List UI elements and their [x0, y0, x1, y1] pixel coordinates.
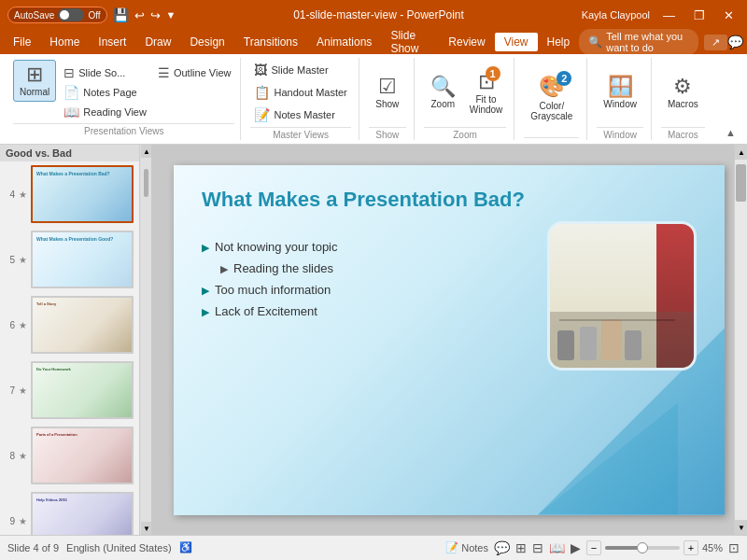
show-group-label: Show: [369, 127, 406, 140]
color-items: 🎨 2 Color/Grayscale: [524, 60, 579, 135]
slide-num-6: 6: [6, 320, 15, 330]
fit-slide-button[interactable]: ⊡: [728, 540, 740, 555]
search-box[interactable]: 🔍 Tell me what you want to do: [579, 29, 698, 55]
menu-file[interactable]: File: [4, 33, 40, 51]
window-label: Window: [603, 99, 637, 109]
autosave-toggle[interactable]: [58, 8, 84, 21]
show-icon: ☑: [378, 77, 397, 97]
slide-thumb-9[interactable]: 9 ★ Help Videos 2015: [0, 488, 139, 535]
color-group: 🎨 2 Color/Grayscale: [516, 58, 587, 140]
slide-image-4: What Makes a Presentation Bad?: [31, 165, 134, 223]
fit-to-label: Fit toWindow: [470, 94, 503, 115]
panel-scroll-thumb[interactable]: [144, 169, 148, 197]
comments-status-button[interactable]: 💬: [494, 540, 510, 555]
menu-home[interactable]: Home: [40, 33, 89, 51]
menu-review[interactable]: Review: [439, 33, 494, 51]
accessibility-icon: ♿: [179, 541, 192, 553]
normal-view-status-button[interactable]: ⊞: [515, 540, 527, 555]
title-bar-right: Kayla Claypool — ❐ ✕: [582, 7, 740, 24]
share-button[interactable]: ↗: [704, 35, 727, 50]
slide-master-icon: 🖼: [254, 63, 267, 77]
zoom-plus-button[interactable]: +: [684, 540, 698, 555]
menu-design[interactable]: Design: [180, 33, 233, 51]
slide-star-8: ★: [19, 451, 27, 461]
show-items: ☑ Show: [369, 60, 406, 125]
undo-button[interactable]: ↩: [134, 8, 145, 22]
window-items: 🪟 Window: [597, 60, 643, 125]
fit-to-badge: ⊡ 1: [478, 70, 495, 94]
notes-master-icon: 📝: [254, 107, 270, 122]
slide-thumb-7[interactable]: 7 ★ Do Your Homework: [0, 357, 139, 423]
collapse-ribbon-button[interactable]: ▲: [722, 125, 740, 140]
slide-num-7: 7: [6, 385, 15, 396]
notes-button[interactable]: 📝 Notes: [445, 541, 488, 553]
minimize-button[interactable]: —: [657, 7, 681, 24]
username: Kayla Claypool: [582, 9, 650, 21]
bullet-text-1: Not knowing your topic: [215, 240, 338, 254]
row-line: [559, 319, 675, 321]
zoom-slider-thumb[interactable]: [637, 542, 648, 553]
notes-master-button[interactable]: 📝 Notes Master: [250, 105, 350, 125]
menu-draw[interactable]: Draw: [135, 33, 180, 51]
redo-button[interactable]: ↪: [150, 8, 161, 22]
menu-animations[interactable]: Animations: [307, 33, 381, 51]
master-views-group: 🖼 Slide Master 📋 Handout Master 📝 Notes …: [243, 58, 359, 140]
person-2: [580, 327, 597, 360]
show-button[interactable]: ☑ Show: [369, 72, 406, 114]
autosave-badge[interactable]: AutoSave Off: [7, 7, 107, 23]
person-1: [557, 330, 574, 360]
handout-master-label: Handout Master: [274, 87, 346, 98]
menu-insert[interactable]: Insert: [89, 33, 135, 51]
customize-button[interactable]: ▼: [166, 9, 176, 21]
reading-view-button[interactable]: 📖 Reading View: [60, 103, 150, 121]
restore-button[interactable]: ❐: [688, 7, 711, 24]
zoom-slider-fill: [605, 546, 639, 550]
fit-to-window-button[interactable]: ⊡ 1 Fit toWindow: [466, 68, 507, 117]
slide-master-button[interactable]: 🖼 Slide Master: [250, 60, 350, 80]
sub-bullet-arrow-1: ▶: [220, 263, 228, 275]
close-button[interactable]: ✕: [718, 7, 740, 24]
slide-scroll-track[interactable]: [735, 160, 747, 520]
macros-button[interactable]: ⚙ Macros: [661, 72, 705, 114]
slide-scroll-thumb[interactable]: [736, 164, 746, 202]
zoom-slider-track[interactable]: [605, 546, 680, 550]
color-badge: 🎨 2: [539, 75, 564, 99]
panel-header[interactable]: Good vs. Bad: [0, 145, 139, 161]
slide-num-5: 5: [6, 255, 15, 265]
menu-help[interactable]: Help: [538, 33, 580, 51]
menu-slideshow[interactable]: Slide Show: [381, 26, 439, 58]
ribbon-content: ⊞ Normal ⊟ Slide So... 📄 Notes Page 📖 Re…: [0, 54, 747, 144]
slide-sorter-button[interactable]: ⊟ Slide So...: [60, 63, 150, 82]
slide-thumb-8[interactable]: 8 ★ Parts of a Presentation: [0, 423, 139, 488]
autosave-label: AutoSave: [14, 10, 54, 21]
color-grayscale-button[interactable]: 🎨 2 Color/Grayscale: [524, 70, 579, 126]
presenter-view-status-button[interactable]: ▶: [571, 540, 581, 555]
zoom-minus-button[interactable]: −: [586, 540, 601, 555]
zoom-label: Zoom: [430, 99, 455, 109]
show-label: Show: [375, 99, 399, 109]
slide-sorter-status-button[interactable]: ⊟: [532, 540, 543, 555]
slide-thumb-6[interactable]: 6 ★ Tell a Story: [0, 292, 139, 357]
menu-view[interactable]: View: [495, 33, 538, 51]
handout-master-button[interactable]: 📋 Handout Master: [250, 82, 350, 103]
slide-thumb-4[interactable]: 4 ★ What Makes a Presentation Bad?: [0, 161, 139, 227]
outline-view-button[interactable]: ☰ Outline View: [154, 63, 235, 82]
zoom-button[interactable]: 🔍 Zoom: [424, 72, 462, 114]
slide-scroll-up[interactable]: ▲: [735, 145, 747, 160]
slide-container[interactable]: What Makes a Presentation Bad? ▶ Not kno…: [174, 165, 725, 515]
menu-transitions[interactable]: Transitions: [234, 33, 307, 51]
save-button[interactable]: 💾: [113, 7, 129, 22]
normal-view-button[interactable]: ⊞ Normal: [13, 60, 56, 102]
autosave-state: Off: [88, 10, 100, 21]
panel-scroll-track[interactable]: [141, 158, 151, 522]
reading-view-status-button[interactable]: 📖: [549, 540, 565, 555]
window-button[interactable]: 🪟 Window: [597, 72, 643, 114]
slide-thumb-5[interactable]: 5 ★ What Makes a Presentation Good?: [0, 227, 139, 292]
slide-scrollbar: ▲ ▼: [734, 145, 747, 535]
title-bar: AutoSave Off 💾 ↩ ↪ ▼ 01-slide-master-vie…: [0, 0, 747, 30]
slide-image-6: Tell a Story: [31, 296, 134, 354]
comments-button[interactable]: 💬: [727, 35, 743, 49]
notes-page-button[interactable]: 📄 Notes Page: [60, 83, 150, 102]
badge-2: 2: [557, 71, 571, 86]
slide-scroll-down[interactable]: ▼: [735, 520, 747, 535]
